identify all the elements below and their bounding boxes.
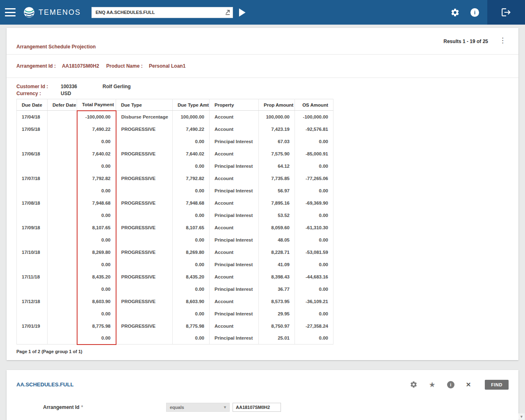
- settings-icon[interactable]: [450, 8, 460, 17]
- table-cell: 7,575.90: [259, 148, 295, 160]
- scrollbar-down-button[interactable]: ▼: [518, 413, 525, 420]
- table-cell: Account: [210, 320, 259, 332]
- table-row[interactable]: 0.000.00Principal Interest48.050.00: [17, 234, 333, 246]
- table-cell: [17, 135, 48, 148]
- table-cell: 7,895.16: [259, 197, 295, 209]
- table-cell: [48, 221, 77, 234]
- menu-icon[interactable]: [5, 8, 16, 16]
- table-row[interactable]: 0.000.00Principal Interest53.520.00: [17, 209, 333, 221]
- table-row[interactable]: 17/04/18-100,000.00Disburse Percentage10…: [17, 111, 333, 123]
- table-row[interactable]: 17/06/187,640.02PROGRESSIVE7,640.02Accou…: [17, 148, 333, 160]
- arrangement-id-input[interactable]: [233, 403, 281, 412]
- table-cell: [17, 258, 48, 271]
- field-label: Arrangement Id*: [43, 404, 166, 410]
- table-cell: Principal Interest: [210, 234, 259, 246]
- table-row[interactable]: 0.000.00Principal Interest29.950.00: [17, 308, 333, 320]
- find-button[interactable]: FIND: [485, 380, 509, 390]
- table-row[interactable]: 17/07/187,792.82PROGRESSIVE7,792.82Accou…: [17, 172, 333, 185]
- application-window: TEMENOS i Arrang: [0, 0, 525, 420]
- column-header[interactable]: Prop Amount: [259, 99, 295, 111]
- table-cell: [48, 172, 77, 185]
- column-header[interactable]: Total Payment: [77, 99, 116, 111]
- table-row[interactable]: 0.000.00Principal Interest25.010.00: [17, 332, 333, 345]
- table-cell: [17, 185, 48, 197]
- goto-icon[interactable]: [224, 9, 231, 16]
- run-button[interactable]: [238, 8, 246, 17]
- column-header[interactable]: Due Type Amt: [173, 99, 210, 111]
- table-cell: Account: [210, 221, 259, 234]
- table-cell: [48, 295, 77, 308]
- table-cell: -27,358.24: [295, 320, 333, 332]
- table-cell: -92,576.81: [295, 123, 333, 135]
- results-count: Results 1 - 19 of 25: [443, 39, 488, 44]
- table-row[interactable]: 17/10/188,269.80PROGRESSIVE8,269.80Accou…: [17, 246, 333, 258]
- table-cell: Account: [210, 295, 259, 308]
- more-options-icon[interactable]: ⋮: [499, 37, 506, 44]
- table-cell: [17, 160, 48, 172]
- table-cell: 0.00: [77, 308, 116, 320]
- info-icon[interactable]: i: [447, 381, 454, 388]
- table-row[interactable]: 17/01/198,775.98PROGRESSIVE8,775.98Accou…: [17, 320, 333, 332]
- column-header[interactable]: Due Type: [116, 99, 173, 111]
- table-cell: -77,265.06: [295, 172, 333, 185]
- favorite-icon[interactable]: ★: [429, 381, 436, 388]
- criteria-field-row: Arrangement Id* equals ▾: [7, 403, 518, 412]
- table-cell: 0.00: [173, 258, 210, 271]
- table-cell: 17/08/18: [17, 197, 48, 209]
- table-row[interactable]: 17/12/188,603.90PROGRESSIVE8,603.90Accou…: [17, 295, 333, 308]
- arrangement-summary-row: Arrangement Id : AA18107SM0H2 Product Na…: [7, 55, 518, 78]
- table-cell: 8,107.65: [77, 221, 116, 234]
- table-cell: 41.09: [259, 258, 295, 271]
- table-row[interactable]: 0.000.00Principal Interest64.120.00: [17, 160, 333, 172]
- table-cell: [48, 308, 77, 320]
- table-cell: [17, 308, 48, 320]
- table-cell: 0.00: [77, 185, 116, 197]
- table-cell: 17/12/18: [17, 295, 48, 308]
- settings-icon[interactable]: [410, 381, 418, 388]
- table-cell: 0.00: [77, 160, 116, 172]
- close-icon[interactable]: ✕: [466, 381, 471, 388]
- table-cell: 17/10/18: [17, 246, 48, 258]
- table-cell: [116, 332, 173, 345]
- table-cell: 7,792.82: [173, 172, 210, 185]
- table-cell: 17/04/18: [17, 111, 48, 123]
- table-cell: 8,435.20: [173, 271, 210, 283]
- chevron-down-icon: ▾: [224, 405, 226, 409]
- table-row[interactable]: 0.000.00Principal Interest36.770.00: [17, 283, 333, 295]
- table-cell: 0.00: [173, 135, 210, 148]
- table-cell: PROGRESSIVE: [116, 172, 173, 185]
- table-cell: 0.00: [173, 283, 210, 295]
- column-header[interactable]: Due Date: [17, 99, 48, 111]
- command-input[interactable]: [91, 7, 233, 18]
- table-cell: [48, 197, 77, 209]
- signout-button[interactable]: [487, 0, 525, 25]
- temenos-globe-icon: [23, 6, 35, 18]
- table-cell: Account: [210, 271, 259, 283]
- table-cell: Principal Interest: [210, 308, 259, 320]
- table-row[interactable]: 17/09/188,107.65PROGRESSIVE8,107.65Accou…: [17, 221, 333, 234]
- table-cell: 0.00: [295, 308, 333, 320]
- table-cell: [48, 148, 77, 160]
- table-cell: [48, 160, 77, 172]
- column-header[interactable]: OS Amount: [295, 99, 333, 111]
- info-icon[interactable]: i: [470, 8, 479, 17]
- table-row[interactable]: 17/11/188,435.20PROGRESSIVE8,435.20Accou…: [17, 271, 333, 283]
- table-row[interactable]: 17/08/187,948.68PROGRESSIVE7,948.68Accou…: [17, 197, 333, 209]
- table-cell: 8,603.90: [77, 295, 116, 308]
- table-cell: Account: [210, 172, 259, 185]
- table-cell: 8,269.80: [173, 246, 210, 258]
- table-row[interactable]: 0.000.00Principal Interest41.090.00: [17, 258, 333, 271]
- table-cell: Principal Interest: [210, 258, 259, 271]
- column-header[interactable]: Defer Date: [48, 99, 77, 111]
- table-row[interactable]: 0.000.00Principal Interest67.030.00: [17, 135, 333, 148]
- table-cell: 0.00: [295, 160, 333, 172]
- table-row[interactable]: 17/05/187,490.22PROGRESSIVE7,490.22Accou…: [17, 123, 333, 135]
- table-cell: 0.00: [77, 209, 116, 221]
- table-row[interactable]: 0.000.00Principal Interest56.970.00: [17, 185, 333, 197]
- table-header-row: Due DateDefer DateTotal PaymentDue TypeD…: [17, 99, 333, 111]
- column-header[interactable]: Property: [210, 99, 259, 111]
- table-cell: 64.12: [259, 160, 295, 172]
- operator-select[interactable]: equals ▾: [166, 403, 230, 412]
- table-cell: 17/09/18: [17, 221, 48, 234]
- field-label-text: Arrangement Id: [43, 404, 80, 410]
